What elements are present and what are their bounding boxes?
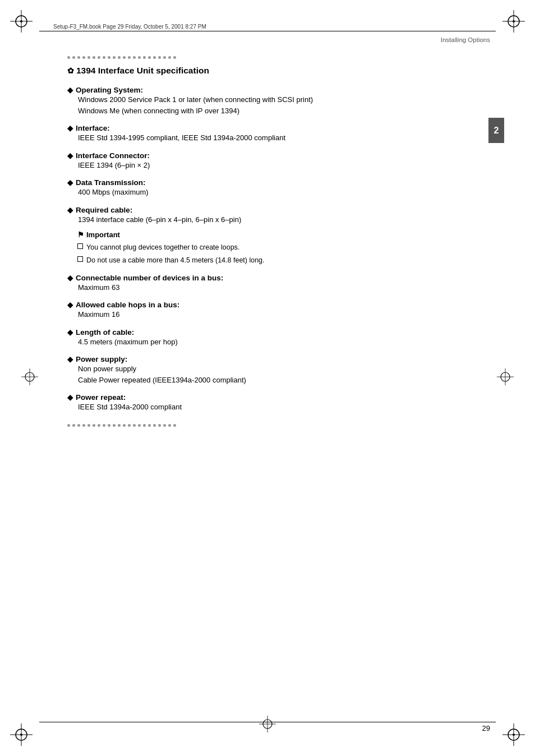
dot: [123, 56, 126, 59]
diamond-icon: ◆: [67, 355, 73, 363]
dot: [153, 424, 156, 427]
spec-item-connectable-devices: ◆ Connectable number of devices in a bus…: [67, 274, 473, 293]
spec-value-connectable-devices: Maximum 63: [78, 282, 473, 293]
spec-label-connectable-devices: ◆ Connectable number of devices in a bus…: [67, 274, 473, 282]
spec-item-power-supply: ◆ Power supply: Non power supply Cable P…: [67, 355, 473, 385]
bottom-dots-separator: [67, 424, 473, 427]
dot: [143, 424, 146, 427]
dot: [98, 56, 100, 59]
spec-item-power-repeat: ◆ Power repeat: IEEE Std 1394a-2000 comp…: [67, 393, 473, 413]
dot: [128, 56, 131, 59]
spec-item-data-transmission: ◆ Data Transmission: 400 Mbps (maximum): [67, 178, 473, 198]
spec-value-operating-system: Windows 2000 Service Pack 1 or later (wh…: [78, 94, 473, 116]
important-box: ⚑ Important You cannot plug devices toge…: [77, 231, 473, 266]
spec-label-data-transmission: ◆ Data Transmission:: [67, 178, 473, 187]
diamond-icon: ◆: [67, 124, 73, 132]
page-number: 29: [482, 724, 490, 732]
diamond-icon: ◆: [67, 301, 73, 309]
spec-value-length-of-cable: 4.5 meters (maximum per hop): [78, 336, 473, 348]
corner-mark-bl: [10, 723, 33, 746]
spec-item-interface-connector: ◆ Interface Connector: IEEE 1394 (6–pin …: [67, 151, 473, 171]
dot: [118, 424, 121, 427]
spec-item-interface: ◆ Interface: IEEE Std 1394-1995 complian…: [67, 124, 473, 144]
dot: [168, 56, 171, 59]
important-title: ⚑ Important: [77, 231, 473, 239]
dot: [113, 424, 116, 427]
dot: [138, 424, 141, 427]
dot: [77, 56, 80, 59]
dot: [163, 56, 166, 59]
header-section-label: Installing Options: [441, 36, 490, 43]
dot: [113, 56, 116, 59]
dot: [148, 56, 151, 59]
dot: [158, 424, 161, 427]
dot: [67, 56, 70, 59]
diamond-icon: ◆: [67, 206, 73, 214]
bottom-line: [39, 722, 496, 722]
svg-point-7: [513, 20, 515, 22]
dot: [67, 424, 70, 427]
spec-item-allowed-cable-hops: ◆ Allowed cable hops in a bus: Maximum 1…: [67, 301, 473, 320]
dot: [168, 424, 171, 427]
reg-mark-right: [497, 368, 514, 388]
reg-mark-bottom: [259, 716, 276, 735]
spec-label-power-repeat: ◆ Power repeat:: [67, 393, 473, 402]
diamond-icon: ◆: [67, 86, 73, 94]
dot: [93, 424, 95, 427]
spec-label-power-supply: ◆ Power supply:: [67, 355, 473, 363]
checkbox-icon: [77, 256, 83, 262]
spec-value-required-cable: 1394 interface cable (6–pin x 4–pin, 6–p…: [78, 214, 473, 225]
dot: [82, 56, 85, 59]
important-item-2: Do not use a cable more than 4.5 meters …: [77, 255, 473, 266]
header-meta: Setup-F3_FM.book Page 29 Friday, October…: [53, 24, 206, 30]
corner-mark-tl: [10, 10, 33, 33]
dot: [93, 56, 95, 59]
diamond-icon: ◆: [67, 328, 73, 336]
spec-label-interface-connector: ◆ Interface Connector:: [67, 151, 473, 160]
diamond-icon: ◆: [67, 178, 73, 187]
chapter-number: 2: [494, 126, 499, 136]
svg-point-3: [20, 20, 22, 22]
dot: [128, 424, 131, 427]
spec-value-power-repeat: IEEE Std 1394a-2000 compliant: [78, 402, 473, 413]
spec-label-operating-system: ◆ Operating System:: [67, 86, 473, 94]
dot: [87, 56, 90, 59]
spec-value-power-supply: Non power supply Cable Power repeated (I…: [78, 363, 473, 385]
corner-mark-br: [502, 723, 525, 746]
dot: [173, 56, 176, 59]
dot: [148, 424, 151, 427]
diamond-icon: ◆: [67, 151, 73, 160]
svg-point-15: [513, 734, 515, 736]
spec-value-allowed-cable-hops: Maximum 16: [78, 309, 473, 320]
spec-value-interface: IEEE Std 1394-1995 compliant, IEEE Std 1…: [78, 132, 473, 144]
section-title: ✿ 1394 Interface Unit specification: [67, 66, 473, 76]
dot: [123, 424, 126, 427]
chapter-tab: 2: [488, 118, 504, 143]
dot: [103, 56, 105, 59]
checkbox-icon: [77, 243, 83, 249]
dot: [72, 56, 75, 59]
dot: [163, 424, 166, 427]
important-icon: ⚑: [77, 231, 84, 239]
spec-value-interface-connector: IEEE 1394 (6–pin × 2): [78, 160, 473, 171]
svg-point-11: [20, 734, 22, 736]
diamond-icon: ◆: [67, 393, 73, 402]
dot: [143, 56, 146, 59]
dot: [108, 424, 110, 427]
spec-item-length-of-cable: ◆ Length of cable: 4.5 meters (maximum p…: [67, 328, 473, 348]
spec-label-length-of-cable: ◆ Length of cable:: [67, 328, 473, 336]
reg-mark-left: [21, 368, 38, 388]
dot: [133, 424, 136, 427]
spec-label-required-cable: ◆ Required cable:: [67, 206, 473, 214]
dot: [72, 424, 75, 427]
sun-icon: ✿: [67, 66, 74, 75]
dot: [103, 424, 105, 427]
dot: [153, 56, 156, 59]
dot: [138, 56, 141, 59]
spec-label-interface: ◆ Interface:: [67, 124, 473, 132]
dot: [173, 424, 176, 427]
dot: [133, 56, 136, 59]
dot: [77, 424, 80, 427]
corner-mark-tr: [502, 10, 525, 33]
dot: [98, 424, 100, 427]
